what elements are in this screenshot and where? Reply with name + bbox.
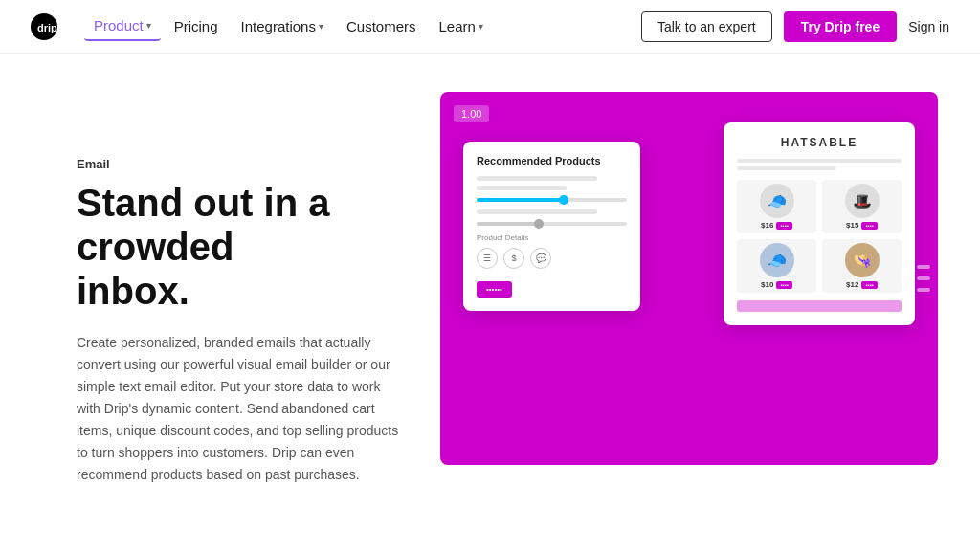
sign-in-button[interactable]: Sign in (908, 19, 949, 34)
card-icons: ☰ $ 💬 (477, 248, 627, 269)
product-buy-btn-4: •••• (861, 281, 877, 289)
dash-2 (917, 276, 930, 280)
store-placeholder-lines (737, 159, 902, 170)
try-drip-free-button[interactable]: Try Drip free (784, 11, 897, 42)
product-price-row-2: $15 •••• (826, 221, 898, 230)
product-image-3: 🧢 (760, 243, 794, 277)
card-line-1 (477, 176, 597, 181)
chevron-down-icon: ▾ (319, 21, 323, 32)
chevron-down-icon: ▾ (146, 20, 151, 31)
navbar: drip Product ▾ Pricing Integrations ▾ Cu… (0, 0, 980, 54)
card-line-2 (477, 186, 567, 190)
hero-body: Create personalized, branded emails that… (77, 332, 402, 487)
product-price-4: $12 (846, 280, 858, 289)
illustration-background: 1.00 Recommended Products Product Detail… (440, 92, 938, 465)
product-item-1: 🧢 $16 •••• (737, 180, 816, 233)
chevron-down-icon: ▾ (479, 21, 483, 32)
product-price-1: $16 (761, 221, 773, 230)
product-buy-btn-2: •••• (861, 222, 877, 230)
talk-to-expert-button[interactable]: Talk to an expert (641, 11, 772, 42)
card-recommended-products-title: Recommended Products (477, 155, 627, 166)
store-card: HATSABLE 🧢 $16 •••• 🎩 (724, 122, 915, 325)
list-icon: ☰ (477, 248, 498, 269)
product-price-2: $15 (846, 221, 858, 230)
store-cta-button (737, 300, 902, 312)
product-item-2: 🎩 $15 •••• (822, 180, 902, 233)
version-badge: 1.00 (454, 105, 489, 122)
card-action-button: •••••• (477, 281, 512, 298)
product-buy-btn-1: •••• (776, 222, 791, 230)
dash-3 (917, 288, 930, 292)
hero-copy: Email Stand out in a crowded inbox. Crea… (77, 157, 440, 487)
product-image-4: 👒 (845, 243, 880, 277)
product-buy-btn-3: •••• (776, 281, 791, 289)
hero-headline: Stand out in a crowded inbox. (77, 181, 402, 313)
product-details-label: Product Details (477, 233, 627, 242)
product-price-row-1: $16 •••• (741, 221, 813, 230)
product-price-3: $10 (761, 280, 773, 289)
nav-product[interactable]: Product ▾ (84, 11, 161, 41)
section-label: Email (77, 157, 402, 171)
nav-customers[interactable]: Customers (337, 12, 426, 40)
nav-right: Talk to an expert Try Drip free Sign in (641, 11, 949, 42)
products-grid: 🧢 $16 •••• 🎩 $15 •••• (737, 180, 902, 293)
product-item-4: 👒 $12 •••• (822, 239, 902, 293)
slider-1 (477, 198, 627, 202)
product-item-3: 🧢 $10 •••• (737, 239, 816, 293)
dash-1 (917, 265, 930, 269)
product-image-2: 🎩 (845, 184, 880, 218)
product-price-row-3: $10 •••• (741, 280, 813, 289)
card-line-3 (477, 209, 597, 214)
slider-2 (477, 222, 627, 226)
dollar-icon: $ (503, 248, 524, 269)
svg-text:drip: drip (37, 22, 57, 33)
logo[interactable]: drip (31, 13, 57, 40)
hero-illustration: 1.00 Recommended Products Product Detail… (440, 92, 938, 551)
email-builder-card: Recommended Products Product Details ☰ $… (463, 142, 640, 311)
nav-links: Product ▾ Pricing Integrations ▾ Custome… (84, 11, 641, 41)
message-icon: 💬 (530, 248, 551, 269)
store-name: HATSABLE (737, 136, 902, 149)
nav-learn[interactable]: Learn ▾ (429, 12, 492, 40)
main-content: Email Stand out in a crowded inbox. Crea… (0, 54, 980, 551)
nav-pricing[interactable]: Pricing (165, 12, 228, 40)
product-price-row-4: $12 •••• (826, 280, 898, 289)
side-decorations (917, 265, 930, 292)
nav-integrations[interactable]: Integrations ▾ (232, 12, 333, 40)
product-image-1: 🧢 (760, 184, 794, 218)
